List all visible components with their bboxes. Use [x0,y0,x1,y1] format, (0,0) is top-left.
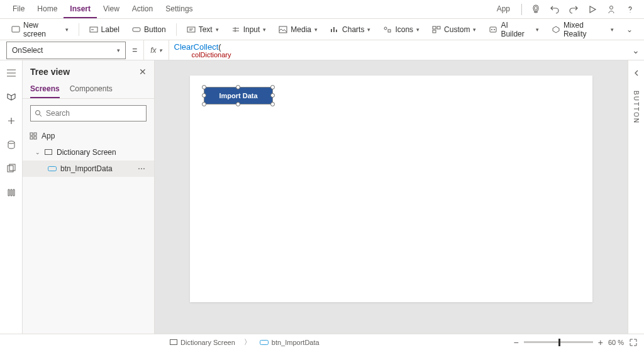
left-rail [0,60,23,334]
resize-handle[interactable] [202,93,206,98]
label-button[interactable]: Label [84,23,125,37]
label-icon [89,26,98,33]
tab-components[interactable]: Components [70,81,113,98]
resize-handle[interactable] [270,93,275,98]
formula-expand[interactable]: ⌄ [628,45,644,55]
ai-icon [489,26,497,33]
fit-screen-icon[interactable] [629,338,638,347]
ai-label: AI Builder [501,21,532,38]
icons-icon [383,26,392,33]
breadcrumb-screen[interactable]: Dictionary Screen [170,339,235,346]
svg-rect-21 [34,137,36,139]
zoom-value: 60 % [608,339,624,346]
checker-icon[interactable] [528,2,543,17]
help-icon[interactable] [623,2,638,17]
breadcrumb-control-label: btn_ImportData [272,339,319,346]
search-input[interactable] [46,109,142,118]
undo-icon[interactable] [547,2,562,17]
svg-rect-22 [45,150,52,155]
data-icon[interactable] [4,137,19,152]
properties-collapse-icon[interactable] [629,65,644,81]
zoom-out-button[interactable]: − [514,337,519,347]
media-button[interactable]: Media▾ [274,23,323,37]
app-link[interactable]: App [492,2,515,17]
input-icon [231,26,240,33]
separator [176,23,177,36]
search-icon [35,110,42,117]
more-icon[interactable]: ⋯ [135,164,148,173]
button-text: Button [144,25,166,34]
text-icon [187,26,196,33]
icons-button[interactable]: Icons▾ [378,23,425,37]
menu-settings[interactable]: Settings [159,1,199,18]
charts-icon [330,26,339,33]
mixedreality-button[interactable]: Mixed Reality▾ [547,18,619,41]
svg-rect-1 [12,26,19,32]
menu-file[interactable]: File [6,1,31,18]
tree-app-row[interactable]: App [23,128,154,144]
insert-icon[interactable] [4,113,19,128]
mr-icon [552,26,560,33]
canvas-screen[interactable]: Import Data [190,76,592,302]
tree-view-icon[interactable] [4,89,19,104]
selected-button-control[interactable]: Import Data [204,87,273,104]
menu-home[interactable]: Home [31,1,64,18]
svg-rect-19 [34,133,36,135]
tree-screen-row[interactable]: ⌄ Dictionary Screen [23,144,154,161]
breadcrumb-control[interactable]: btn_ImportData [260,339,319,346]
search-box[interactable] [30,105,147,121]
zoom-slider[interactable] [524,341,593,343]
redo-icon[interactable] [566,2,581,17]
share-icon[interactable] [604,2,619,17]
button-control-text: Import Data [219,92,257,99]
tree-control-row[interactable]: btn_ImportData ⋯ [23,161,154,177]
screen-icon [11,26,20,33]
svg-rect-9 [437,26,440,29]
breadcrumb-separator: 〉 [244,337,251,347]
resize-handle[interactable] [202,85,206,89]
canvas-area[interactable]: Import Data [155,60,628,334]
media-rail-icon[interactable] [4,161,19,176]
divider [521,4,522,15]
text-button[interactable]: Text▾ [182,23,224,37]
new-screen-label: New screen [23,21,62,38]
button-icon [260,339,269,346]
input-button[interactable]: Input▾ [226,23,272,37]
menu-view[interactable]: View [97,1,126,18]
menu-insert[interactable]: Insert [64,1,97,18]
property-select[interactable]: OnSelect ▾ [6,42,126,59]
resize-handle[interactable] [202,102,206,106]
separator [79,23,79,36]
resize-handle[interactable] [236,85,240,89]
menu-action[interactable]: Action [126,1,159,18]
ribbon: New screen▾ Label Button Text▾ Input▾ Me… [0,19,644,40]
svg-rect-3 [133,28,140,31]
svg-rect-25 [260,340,268,344]
new-screen-button[interactable]: New screen▾ [6,18,74,41]
resize-handle[interactable] [270,102,275,106]
resize-handle[interactable] [270,85,275,89]
chevron-down-icon: ▾ [117,47,120,54]
fx-button[interactable]: fx▾ [143,40,169,60]
custom-button[interactable]: Custom▾ [427,23,481,37]
ribbon-collapse[interactable]: ⌄ [621,23,638,37]
close-icon[interactable]: ✕ [139,67,147,77]
input-label: Input [243,25,260,34]
button-button[interactable]: Button [127,23,171,37]
charts-button[interactable]: Charts▾ [325,23,375,37]
hamburger-icon[interactable] [4,65,19,81]
formula-input[interactable]: ClearCollect( colDictionary [169,40,628,60]
svg-rect-7 [388,30,391,32]
right-rail: BUTTON [628,60,644,334]
zoom-in-button[interactable]: + [598,337,603,347]
button-icon [132,26,141,33]
tree-app-label: App [42,132,55,140]
advanced-icon[interactable] [4,185,19,200]
play-icon[interactable] [585,2,600,17]
media-label: Media [291,25,311,34]
svg-rect-24 [170,339,177,344]
resize-handle[interactable] [236,102,240,106]
tab-screens[interactable]: Screens [30,81,60,98]
aibuilder-button[interactable]: AI Builder▾ [484,18,543,41]
tree-view-panel: Tree view ✕ Screens Components App ⌄ Dic… [23,60,155,334]
